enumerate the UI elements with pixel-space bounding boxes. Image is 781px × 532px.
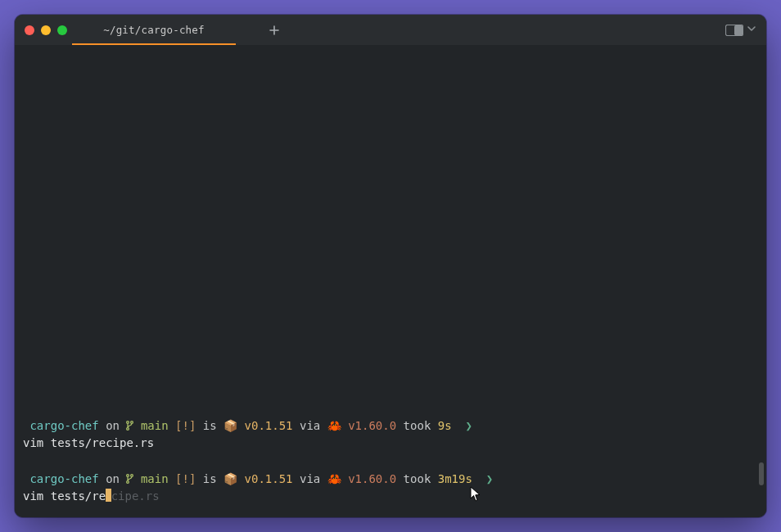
prompt-rust-version: v1.60.0 <box>348 472 396 485</box>
svg-point-4 <box>127 427 129 430</box>
tab-active[interactable]: ~/git/cargo-chef <box>72 15 236 45</box>
prompt-duration: 9s <box>438 419 452 432</box>
svg-point-7 <box>127 480 129 483</box>
prompt-rust-version: v1.60.0 <box>348 419 396 432</box>
window-titlebar: ~/git/cargo-chef <box>15 15 766 45</box>
prompt-project: cargo-chef <box>29 419 98 432</box>
prompt-status: [!] <box>175 472 196 485</box>
prompt-pkg-version: v0.1.51 <box>245 419 293 432</box>
prompt-arrow: ❯ <box>465 419 472 432</box>
svg-rect-1 <box>734 25 743 35</box>
prompt-project: cargo-chef <box>29 472 98 485</box>
close-button[interactable] <box>25 25 34 35</box>
zoom-button[interactable] <box>57 25 67 35</box>
text-cursor <box>106 489 111 502</box>
new-tab-button[interactable] <box>262 15 287 45</box>
titlebar-right-controls <box>725 24 756 36</box>
command-line: vim tests/recipe.rs <box>23 435 758 453</box>
plus-icon <box>269 25 280 36</box>
prompt-pkg-version: v0.1.51 <box>245 472 293 485</box>
git-branch-icon <box>126 473 133 485</box>
svg-point-3 <box>131 421 133 423</box>
prompt-branch: main <box>141 472 169 485</box>
command-line-active[interactable]: vim tests/recipe.rs <box>23 488 758 506</box>
prompt-line: cargo-chef on main [!] is 📦 v0.1.51 via … <box>23 471 758 489</box>
rust-icon: 🦀 <box>327 472 341 485</box>
scrollbar-thumb[interactable] <box>759 462 764 485</box>
svg-point-5 <box>127 474 129 476</box>
blank-line <box>23 453 758 471</box>
terminal-window: ~/git/cargo-chef <box>15 15 766 517</box>
package-icon: 📦 <box>223 472 237 485</box>
svg-point-6 <box>131 474 133 476</box>
terminal-pane[interactable]: cargo-chef on main [!] is 📦 v0.1.51 via … <box>15 45 766 517</box>
rust-icon: 🦀 <box>327 419 341 432</box>
package-icon: 📦 <box>223 419 237 432</box>
chevron-down-icon[interactable] <box>747 24 756 36</box>
panes-icon[interactable] <box>725 25 743 36</box>
autosuggestion: cipe.rs <box>111 489 160 503</box>
tab-title: ~/git/cargo-chef <box>103 24 205 36</box>
git-branch-icon <box>126 420 133 431</box>
prompt-duration: 3m19s <box>438 472 472 485</box>
svg-point-2 <box>127 421 129 423</box>
prompt-branch: main <box>141 419 169 432</box>
prompt-status: [!] <box>175 419 196 432</box>
prompt-line: cargo-chef on main [!] is 📦 v0.1.51 via … <box>23 417 758 435</box>
desktop-background: ~/git/cargo-chef <box>0 0 781 532</box>
traffic-lights <box>25 25 67 35</box>
prompt-arrow: ❯ <box>486 472 493 485</box>
minimize-button[interactable] <box>41 25 51 35</box>
